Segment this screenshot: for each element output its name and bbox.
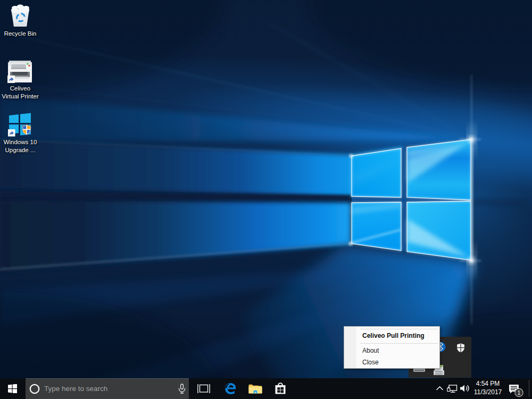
svg-text:1: 1 [518, 389, 521, 396]
